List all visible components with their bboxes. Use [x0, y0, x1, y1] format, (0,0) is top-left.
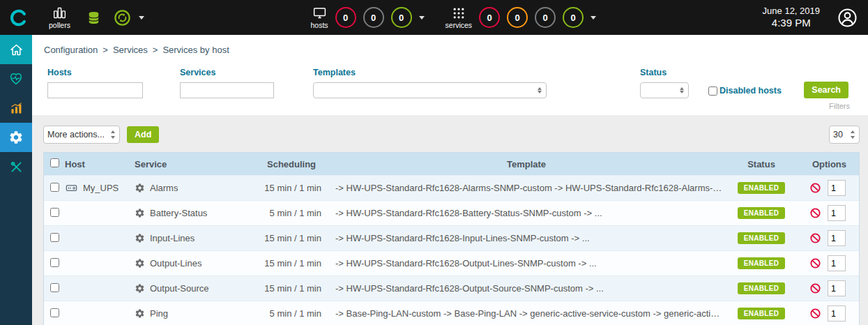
hosts-counter-down[interactable]: 0: [335, 7, 356, 28]
chevron-down-icon[interactable]: [139, 16, 144, 22]
filters-link[interactable]: Filters: [829, 102, 850, 110]
template-chain: -> Base-Ping-LAN-custom -> Base-Ping-LAN…: [330, 308, 723, 319]
ups-device-icon: [65, 181, 78, 195]
templates-filter-select-wrap: [313, 82, 547, 98]
more-actions-select[interactable]: More actions...: [43, 126, 120, 144]
status-filter-select[interactable]: [640, 82, 689, 98]
page-size-select[interactable]: 30: [829, 126, 860, 144]
status-filter-label: Status: [640, 68, 689, 77]
service-name[interactable]: Alarms: [150, 183, 178, 193]
row-checkbox[interactable]: [50, 183, 59, 192]
no-entry-icon[interactable]: [809, 308, 821, 319]
order-input[interactable]: [828, 305, 846, 322]
service-name[interactable]: Output-Source: [150, 283, 209, 294]
grid-dots-icon: [452, 6, 466, 20]
sidebar-item-configuration[interactable]: [0, 123, 32, 152]
no-entry-icon[interactable]: [809, 257, 821, 269]
no-entry-icon[interactable]: [809, 182, 821, 194]
hosts-counter-unreachable[interactable]: 0: [363, 7, 384, 28]
hosts-counter-up[interactable]: 0: [391, 7, 412, 28]
gear-icon: [135, 308, 145, 319]
chevron-down-icon[interactable]: [419, 16, 425, 22]
table-row: Battery-Status 5 min / 1 min -> HW-UPS-S…: [44, 200, 859, 225]
gear-icon: [135, 283, 145, 294]
no-entry-icon[interactable]: [809, 282, 821, 294]
host-name[interactable]: My_UPS: [83, 183, 119, 193]
service-name[interactable]: Input-Lines: [150, 233, 195, 243]
service-name[interactable]: Battery-Status: [150, 208, 207, 218]
sync-circle-icon[interactable]: [113, 8, 132, 27]
order-input[interactable]: [828, 180, 846, 196]
scheduling-value: 15 min / 1 min: [246, 233, 330, 243]
heartbeat-icon: [8, 71, 24, 86]
row-checkbox[interactable]: [50, 233, 59, 242]
breadcrumb-configuration[interactable]: Configuration: [44, 45, 98, 55]
templates-filter-select[interactable]: [313, 82, 547, 98]
sidebar-item-reporting[interactable]: [0, 93, 32, 123]
order-input[interactable]: [828, 205, 846, 221]
services-menu[interactable]: services: [446, 6, 473, 29]
row-checkbox[interactable]: [50, 208, 59, 217]
pollers-menu[interactable]: pollers: [49, 6, 70, 29]
order-input[interactable]: [828, 255, 846, 271]
disabled-hosts-checkbox[interactable]: [708, 86, 717, 96]
gear-icon: [135, 183, 145, 193]
hosts-filter-input[interactable]: [47, 82, 143, 98]
no-entry-icon[interactable]: [809, 232, 821, 244]
breadcrumb-services[interactable]: Services: [113, 45, 148, 55]
status-badge: ENABLED: [738, 308, 785, 319]
column-header-service: Service: [135, 159, 246, 169]
pollers-label: pollers: [49, 21, 70, 29]
column-header-template: Template: [330, 159, 723, 169]
more-actions-select-wrap: More actions...: [43, 126, 120, 144]
status-filter-select-wrap: [640, 82, 689, 98]
row-checkbox[interactable]: [50, 258, 59, 267]
sidebar-item-administration[interactable]: [0, 152, 32, 181]
template-chain: -> HW-UPS-Standard-Rfc1628-Alarms-SNMP-c…: [330, 183, 723, 193]
breadcrumb-separator: >: [153, 45, 158, 55]
services-filter-input[interactable]: [180, 82, 274, 98]
chevron-down-icon[interactable]: [591, 16, 596, 22]
no-entry-icon[interactable]: [809, 207, 821, 219]
column-header-status: Status: [723, 159, 800, 169]
services-counter-warning[interactable]: 0: [507, 7, 528, 28]
scheduling-value: 15 min / 1 min: [246, 283, 330, 294]
home-icon: [9, 43, 24, 57]
datetime-display: June 12, 2019 4:39 PM: [763, 6, 820, 30]
user-profile-icon[interactable]: [837, 7, 858, 29]
scheduling-value: 15 min / 1 min: [246, 258, 330, 269]
actions-row: More actions... Add 30: [32, 115, 868, 151]
services-counter-unknown[interactable]: 0: [535, 7, 556, 28]
order-input[interactable]: [828, 230, 846, 246]
sidebar-item-home[interactable]: [0, 35, 32, 64]
select-all-checkbox[interactable]: [50, 158, 59, 167]
hosts-filter-label: Hosts: [47, 68, 143, 77]
services-label: services: [446, 21, 473, 29]
current-time: 4:39 PM: [763, 17, 820, 30]
breadcrumb-services-by-host[interactable]: Services by host: [162, 45, 229, 55]
row-checkbox[interactable]: [50, 308, 59, 317]
templates-filter-label: Templates: [313, 68, 547, 77]
centreon-logo-icon[interactable]: [9, 8, 28, 27]
monitor-icon: [312, 6, 327, 20]
table-header-row: Host Service Scheduling Template Status …: [44, 153, 859, 175]
hosts-menu[interactable]: hosts: [310, 6, 328, 29]
database-icon[interactable]: [86, 10, 102, 26]
services-counter-ok[interactable]: 0: [563, 7, 584, 28]
filter-bar: Hosts Services Templates Status: [32, 62, 868, 98]
breadcrumb: Configuration>Services>Services by host: [32, 35, 868, 62]
service-name[interactable]: Ping: [150, 308, 168, 319]
order-input[interactable]: [828, 280, 846, 296]
top-bar: pollers hosts 0 0 0 services 0 0 0 0 Jun…: [0, 0, 868, 35]
sidebar-item-monitoring[interactable]: [0, 64, 32, 93]
service-name[interactable]: Output-Lines: [150, 258, 201, 269]
add-button[interactable]: Add: [127, 126, 159, 143]
gear-icon: [135, 208, 145, 218]
search-button[interactable]: Search: [804, 82, 848, 98]
gear-icon: [135, 258, 145, 269]
services-counter-critical[interactable]: 0: [479, 7, 500, 28]
status-badge: ENABLED: [738, 182, 785, 194]
row-checkbox[interactable]: [50, 283, 59, 292]
centreon-app: pollers hosts 0 0 0 services 0 0 0 0 Jun…: [0, 0, 868, 325]
template-chain: -> HW-UPS-Standard-Rfc1628-Battery-Statu…: [330, 208, 723, 218]
